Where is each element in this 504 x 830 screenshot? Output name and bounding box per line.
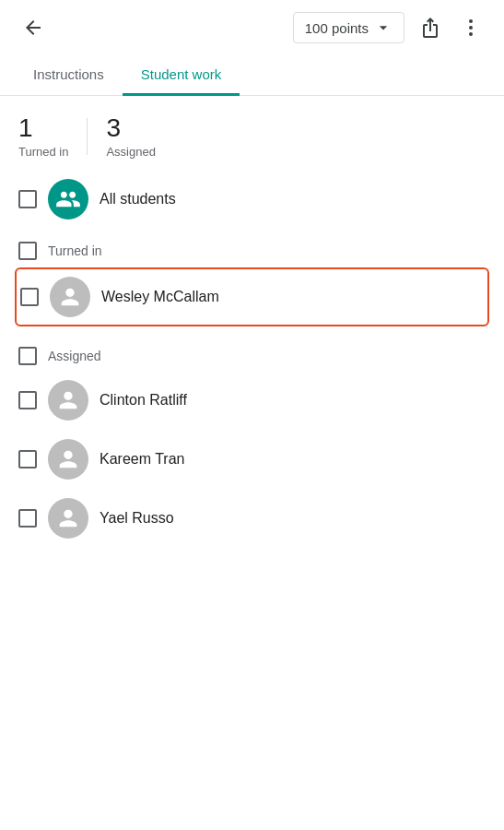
student-name-yael: Yael Russo: [100, 510, 174, 527]
svg-point-0: [469, 19, 473, 23]
student-row-clinton[interactable]: Clinton Ratliff: [15, 371, 489, 430]
avatar-yael: [48, 498, 88, 539]
student-checkbox-wesley[interactable]: [20, 288, 39, 306]
turned-in-section-header: Turned in: [15, 229, 489, 266]
assigned-count: 3: [106, 114, 121, 143]
user-icon-wesley: [57, 284, 83, 310]
stats-row: 1 Turned in 3 Assigned: [0, 96, 504, 170]
share-button[interactable]: [412, 9, 449, 46]
more-options-button[interactable]: [452, 9, 489, 46]
student-name-wesley: Wesley McCallam: [101, 289, 219, 305]
tab-instructions[interactable]: Instructions: [15, 55, 123, 96]
student-row-wesley[interactable]: Wesley McCallam: [15, 267, 489, 326]
points-label: 100 points: [305, 20, 369, 36]
turned-in-section-label: Turned in: [48, 243, 102, 258]
points-dropdown[interactable]: 100 points: [293, 12, 404, 43]
user-icon-yael: [55, 505, 81, 531]
header-icons: [412, 9, 489, 46]
turned-in-stat: 1 Turned in: [18, 114, 68, 159]
back-button[interactable]: [15, 9, 52, 46]
all-students-checkbox[interactable]: [18, 190, 37, 208]
turned-in-section-checkbox[interactable]: [18, 242, 37, 260]
all-students-label: All students: [100, 191, 176, 208]
share-icon: [419, 17, 441, 39]
student-row-yael[interactable]: Yael Russo: [15, 489, 489, 548]
dropdown-chevron-icon: [374, 18, 393, 37]
avatar-wesley: [50, 277, 90, 317]
header: 100 points: [0, 0, 504, 55]
more-options-icon: [460, 17, 482, 39]
svg-point-2: [469, 32, 473, 36]
student-checkbox-yael[interactable]: [18, 509, 37, 528]
student-name-clinton: Clinton Ratliff: [100, 392, 187, 409]
group-icon: [55, 186, 81, 212]
back-icon: [22, 17, 44, 39]
user-icon-clinton: [55, 387, 81, 413]
assigned-section-checkbox[interactable]: [18, 347, 37, 365]
turned-in-label: Turned in: [18, 145, 68, 159]
assigned-section-label: Assigned: [48, 349, 101, 363]
svg-point-1: [469, 26, 473, 30]
tab-student-work[interactable]: Student work: [123, 55, 240, 96]
turned-in-count: 1: [18, 114, 33, 143]
all-students-avatar: [48, 179, 88, 219]
student-checkbox-kareem[interactable]: [18, 450, 37, 468]
assigned-label: Assigned: [106, 145, 155, 159]
tabs-bar: Instructions Student work: [0, 55, 504, 96]
assigned-stat: 3 Assigned: [106, 114, 155, 159]
assigned-section-header: Assigned: [15, 334, 489, 371]
student-name-kareem: Kareem Tran: [100, 451, 184, 468]
avatar-kareem: [48, 439, 88, 480]
stat-divider: [87, 118, 88, 155]
avatar-clinton: [48, 380, 88, 421]
user-icon-kareem: [55, 446, 81, 472]
student-list: All students Turned in Wesley McCallam A…: [0, 170, 504, 548]
student-row-kareem[interactable]: Kareem Tran: [15, 430, 489, 489]
student-checkbox-clinton[interactable]: [18, 391, 37, 409]
all-students-row[interactable]: All students: [15, 170, 489, 229]
